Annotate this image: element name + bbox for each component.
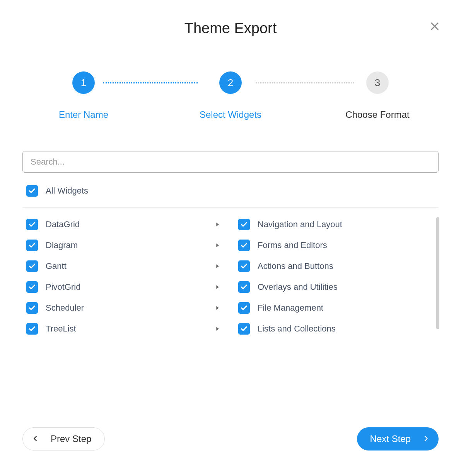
widget-column-left: DataGrid Diagram Gantt PivotGrid Schedul	[22, 217, 227, 336]
chevron-right-icon	[422, 434, 429, 444]
next-step-button[interactable]: Next Step	[357, 427, 439, 450]
widget-label: Forms and Editors	[258, 240, 435, 250]
caret-right-icon[interactable]	[214, 284, 220, 290]
widget-row-datagrid: DataGrid	[26, 219, 223, 230]
widget-checkbox[interactable]	[26, 219, 38, 230]
caret-right-icon[interactable]	[214, 263, 220, 269]
all-widgets-checkbox[interactable]	[26, 185, 38, 197]
widget-row-navigation: Navigation and Layout	[238, 219, 435, 230]
widget-label: Overlays and Utilities	[258, 282, 435, 292]
widget-row-forms: Forms and Editors	[238, 240, 435, 251]
close-icon[interactable]	[429, 21, 440, 32]
widget-row-actions: Actions and Buttons	[238, 260, 435, 272]
widget-row-scheduler: Scheduler	[26, 302, 223, 314]
caret-right-icon[interactable]	[214, 326, 220, 332]
widget-row-treelist: TreeList	[26, 323, 223, 335]
widget-checkbox[interactable]	[26, 240, 38, 251]
chevron-left-icon	[32, 434, 39, 444]
step-choose-format[interactable]: 3 Choose Format	[339, 71, 416, 120]
widget-checkbox[interactable]	[238, 219, 250, 230]
step-label: Choose Format	[345, 109, 409, 120]
modal-title: Theme Export	[22, 20, 439, 37]
widget-list: DataGrid Diagram Gantt PivotGrid Schedul	[22, 217, 439, 336]
step-number: 2	[219, 71, 242, 94]
widget-row-gantt: Gantt	[26, 260, 223, 272]
next-step-label: Next Step	[370, 434, 411, 444]
caret-right-icon[interactable]	[214, 305, 220, 311]
step-number: 1	[72, 71, 95, 94]
prev-step-label: Prev Step	[51, 434, 91, 444]
widget-label: Navigation and Layout	[258, 219, 435, 230]
theme-export-modal: Theme Export 1 Enter Name 2 Select Widge…	[7, 7, 454, 469]
widget-label: PivotGrid	[46, 282, 207, 292]
wizard-footer: Prev Step Next Step	[22, 427, 439, 450]
widget-checkbox[interactable]	[26, 323, 38, 335]
widget-checkbox[interactable]	[238, 302, 250, 314]
step-select-widgets[interactable]: 2 Select Widgets	[192, 71, 269, 120]
widget-label: TreeList	[46, 324, 207, 334]
widget-label: Diagram	[46, 240, 207, 250]
caret-right-icon[interactable]	[214, 242, 220, 248]
widget-row-pivotgrid: PivotGrid	[26, 281, 223, 293]
wizard-stepper: 1 Enter Name 2 Select Widgets 3 Choose F…	[45, 71, 416, 120]
widget-column-right: Navigation and Layout Forms and Editors …	[234, 217, 439, 336]
widget-row-diagram: Diagram	[26, 240, 223, 251]
widget-label: Scheduler	[46, 303, 207, 313]
scrollbar-thumb[interactable]	[436, 217, 439, 329]
all-widgets-label: All Widgets	[46, 186, 88, 196]
widget-label: DataGrid	[46, 219, 207, 230]
widget-checkbox[interactable]	[238, 240, 250, 251]
step-label: Select Widgets	[200, 109, 261, 120]
search-input[interactable]	[22, 151, 439, 173]
widget-row-filemgmt: File Management	[238, 302, 435, 314]
widget-row-overlays: Overlays and Utilities	[238, 281, 435, 293]
caret-right-icon[interactable]	[214, 221, 220, 228]
widget-checkbox[interactable]	[26, 302, 38, 314]
widget-checkbox[interactable]	[238, 260, 250, 272]
widget-checkbox[interactable]	[238, 281, 250, 293]
step-enter-name[interactable]: 1 Enter Name	[45, 71, 122, 120]
widget-label: Actions and Buttons	[258, 261, 435, 271]
step-number: 3	[366, 71, 389, 94]
prev-step-button[interactable]: Prev Step	[22, 427, 105, 450]
widget-label: Lists and Collections	[258, 324, 435, 334]
widget-label: File Management	[258, 303, 435, 313]
widget-checkbox[interactable]	[26, 260, 38, 272]
widget-row-lists: Lists and Collections	[238, 323, 435, 335]
widget-checkbox[interactable]	[238, 323, 250, 335]
step-label: Enter Name	[59, 109, 108, 120]
widget-label: Gantt	[46, 261, 207, 271]
widget-checkbox[interactable]	[26, 281, 38, 293]
all-widgets-row: All Widgets	[22, 184, 439, 208]
